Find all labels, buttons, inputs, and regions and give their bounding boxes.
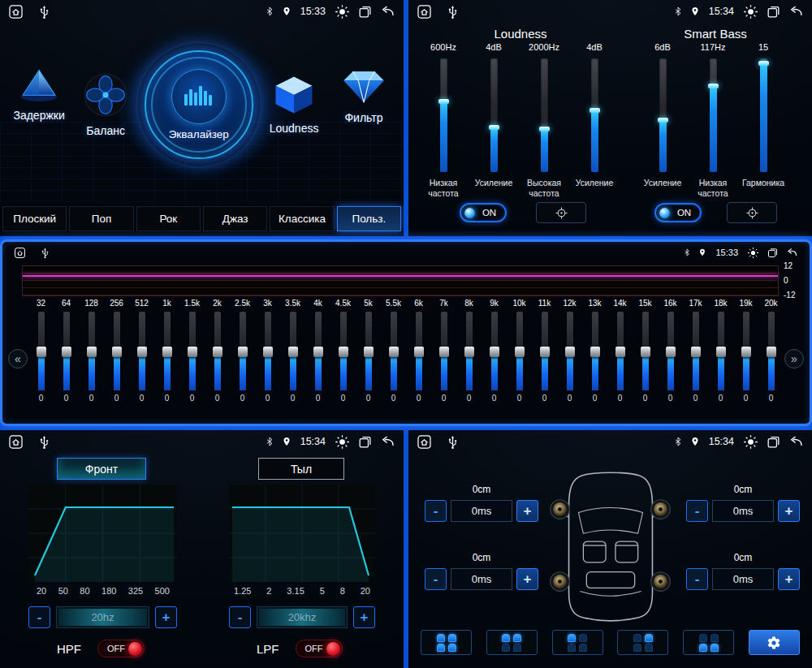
- band-slider-handle[interactable]: [741, 347, 751, 357]
- eq-next-arrow[interactable]: »: [784, 349, 804, 368]
- band-slider[interactable]: [768, 312, 775, 390]
- home-icon[interactable]: [417, 4, 432, 19]
- band-slider[interactable]: [743, 312, 749, 390]
- band-slider-handle[interactable]: [213, 347, 222, 357]
- band-slider-handle[interactable]: [540, 347, 550, 357]
- band-slider[interactable]: [365, 312, 372, 390]
- band-slider[interactable]: [89, 312, 95, 390]
- listening-position-button[interactable]: [683, 630, 734, 655]
- home-icon[interactable]: [14, 247, 26, 259]
- band-slider-handle[interactable]: [615, 347, 625, 357]
- band-slider-handle[interactable]: [716, 347, 726, 357]
- band-slider[interactable]: [189, 312, 196, 390]
- recent-apps-icon[interactable]: [766, 434, 781, 450]
- delay-increase-button[interactable]: +: [516, 500, 538, 522]
- preset-tab[interactable]: Рок: [136, 206, 201, 231]
- band-slider-handle[interactable]: [288, 347, 298, 357]
- band-slider[interactable]: [416, 312, 422, 390]
- equalizer-button[interactable]: Эквалайзер: [145, 50, 253, 159]
- band-slider[interactable]: [139, 312, 145, 390]
- lpf-frequency-slider[interactable]: 20khz: [257, 606, 348, 628]
- band-slider-handle[interactable]: [439, 347, 449, 357]
- band-slider-handle[interactable]: [162, 347, 172, 357]
- back-icon[interactable]: [788, 434, 804, 450]
- menu-item-balance[interactable]: Баланс: [71, 72, 140, 137]
- band-slider-handle[interactable]: [62, 347, 71, 357]
- settings-gear-button[interactable]: [749, 630, 800, 655]
- listening-position-button[interactable]: [421, 630, 472, 655]
- tab-front[interactable]: Фронт: [57, 458, 146, 480]
- back-icon[interactable]: [788, 4, 804, 19]
- brightness-icon[interactable]: [747, 247, 759, 259]
- band-slider[interactable]: [240, 312, 246, 390]
- band-slider[interactable]: [491, 312, 498, 390]
- band-slider[interactable]: [693, 312, 699, 390]
- band-slider-handle[interactable]: [339, 347, 348, 357]
- band-slider-handle[interactable]: [490, 347, 499, 357]
- recent-apps-icon[interactable]: [357, 434, 373, 450]
- listening-position-button[interactable]: [486, 630, 538, 655]
- band-slider[interactable]: [114, 312, 120, 390]
- back-icon[interactable]: [380, 4, 395, 19]
- vertical-slider[interactable]: [591, 58, 598, 172]
- brightness-icon[interactable]: [743, 4, 758, 19]
- loudness-reset-button[interactable]: [536, 202, 586, 223]
- band-slider[interactable]: [592, 312, 598, 390]
- band-slider-handle[interactable]: [188, 347, 197, 357]
- band-slider-handle[interactable]: [37, 347, 46, 357]
- band-slider-handle[interactable]: [263, 347, 273, 357]
- band-slider[interactable]: [642, 312, 649, 390]
- band-slider[interactable]: [516, 312, 523, 390]
- delay-decrease-button[interactable]: -: [686, 500, 708, 522]
- band-slider-handle[interactable]: [364, 347, 374, 357]
- band-slider-handle[interactable]: [515, 347, 525, 357]
- brightness-icon[interactable]: [335, 4, 350, 19]
- menu-item-filter[interactable]: Фильтр: [330, 67, 397, 124]
- home-icon[interactable]: [417, 434, 432, 450]
- delay-decrease-button[interactable]: -: [425, 568, 447, 590]
- band-slider[interactable]: [164, 312, 171, 390]
- band-slider[interactable]: [441, 312, 447, 390]
- preset-tab[interactable]: Классика: [270, 206, 334, 231]
- band-slider-handle[interactable]: [137, 347, 147, 357]
- back-icon[interactable]: [380, 434, 395, 450]
- band-slider-handle[interactable]: [590, 347, 600, 357]
- band-slider-handle[interactable]: [691, 347, 701, 357]
- band-slider[interactable]: [466, 312, 473, 390]
- delay-increase-button[interactable]: +: [778, 500, 800, 522]
- lpf-increase-button[interactable]: +: [353, 606, 375, 628]
- band-slider[interactable]: [340, 312, 347, 390]
- band-slider-handle[interactable]: [414, 347, 424, 357]
- hpf-toggle[interactable]: OFF: [97, 640, 145, 657]
- brightness-icon[interactable]: [743, 434, 758, 450]
- band-slider[interactable]: [265, 312, 271, 390]
- band-slider[interactable]: [391, 312, 397, 390]
- band-slider[interactable]: [38, 312, 45, 390]
- recent-apps-icon[interactable]: [767, 247, 779, 259]
- home-icon[interactable]: [8, 4, 24, 19]
- brightness-icon[interactable]: [335, 434, 350, 450]
- listening-position-button[interactable]: [552, 630, 603, 655]
- band-slider-handle[interactable]: [666, 347, 676, 357]
- vertical-slider[interactable]: [710, 58, 717, 172]
- back-icon[interactable]: [786, 247, 798, 259]
- band-slider[interactable]: [667, 312, 674, 390]
- delay-decrease-button[interactable]: -: [425, 500, 447, 522]
- band-slider[interactable]: [315, 312, 322, 390]
- band-slider-handle[interactable]: [112, 347, 122, 357]
- menu-item-loudness[interactable]: Loudness: [257, 75, 330, 135]
- preset-tab[interactable]: Польз.: [337, 206, 401, 231]
- smart-bass-reset-button[interactable]: [727, 202, 777, 223]
- vertical-slider[interactable]: [760, 58, 767, 172]
- band-slider[interactable]: [542, 312, 548, 390]
- band-slider-handle[interactable]: [464, 347, 474, 357]
- band-slider-handle[interactable]: [313, 347, 323, 357]
- lpf-decrease-button[interactable]: -: [229, 606, 251, 628]
- tab-rear[interactable]: Тыл: [258, 458, 344, 480]
- band-slider[interactable]: [718, 312, 724, 390]
- lpf-toggle[interactable]: OFF: [296, 640, 343, 657]
- band-slider[interactable]: [567, 312, 573, 390]
- band-slider[interactable]: [290, 312, 296, 390]
- delay-decrease-button[interactable]: -: [686, 568, 708, 590]
- band-slider-handle[interactable]: [238, 347, 248, 357]
